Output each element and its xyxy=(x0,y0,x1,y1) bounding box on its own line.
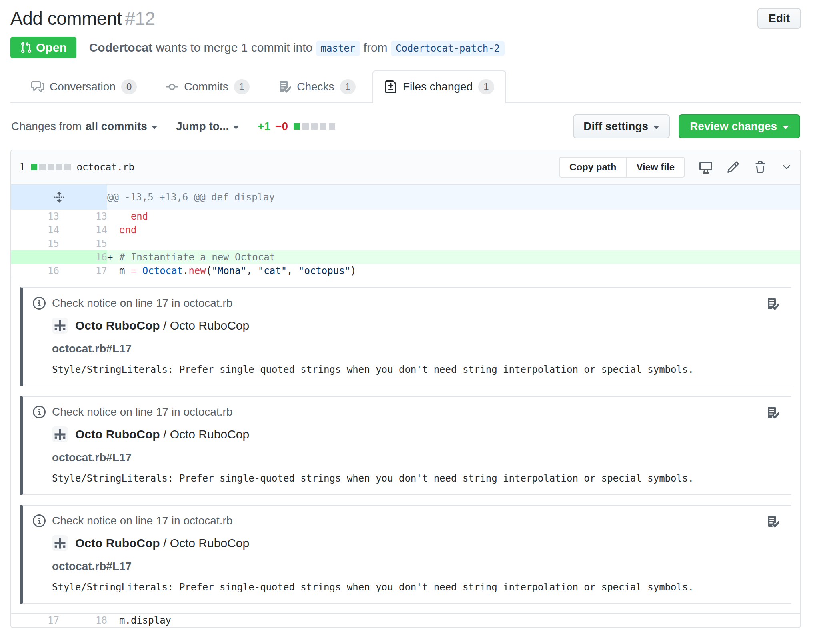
diffstat-block-added xyxy=(294,123,300,130)
old-line-number[interactable]: 13 xyxy=(11,210,59,223)
copy-path-button[interactable]: Copy path xyxy=(559,157,627,178)
new-line-number[interactable]: 15 xyxy=(59,237,107,250)
tab-label: Commits xyxy=(184,80,228,93)
annotation-app-name: Octo RuboCop / Octo RuboCop xyxy=(75,428,249,441)
tab-counter: 1 xyxy=(478,79,494,94)
collapse-diff-button[interactable] xyxy=(781,162,792,173)
meta-action-text: wants to merge 1 commit into xyxy=(156,41,312,54)
new-line-number[interactable]: 13 xyxy=(59,210,107,223)
base-branch-label[interactable]: master xyxy=(316,41,360,56)
diffstat-block-added xyxy=(31,164,37,170)
monitor-icon xyxy=(699,161,712,174)
tab-files-changed[interactable]: Files changed 1 xyxy=(372,70,506,103)
diffstat-block xyxy=(64,164,71,170)
old-line-number[interactable]: 16 xyxy=(11,264,59,278)
code-line: end xyxy=(107,210,800,223)
old-line-number[interactable]: 17 xyxy=(11,614,59,627)
diff-settings-label: Diff settings xyxy=(583,120,648,133)
changes-from-dropdown[interactable]: Changes from all commits xyxy=(11,120,158,133)
tab-checks[interactable]: Checks 1 xyxy=(266,70,368,102)
status-badge-label: Open xyxy=(36,41,67,54)
diff-row: 13 13 end xyxy=(11,210,800,223)
check-annotations: Check notice on line 17 in octocat.rb Oc… xyxy=(11,278,800,614)
annotation-message: Style/StringLiterals: Prefer single-quot… xyxy=(52,473,779,484)
status-badge: Open xyxy=(10,37,76,58)
diffstat-block xyxy=(39,164,46,170)
changed-files-count: 1 xyxy=(19,162,25,173)
pr-meta: Open Codertocat wants to merge 1 commit … xyxy=(10,37,801,58)
annotation-title: Check notice on line 17 in octocat.rb xyxy=(52,297,232,310)
annotation-title: Check notice on line 17 in octocat.rb xyxy=(52,406,232,418)
annotation-checks-button[interactable] xyxy=(767,298,779,313)
annotation-path-link[interactable]: octocat.rb#L17 xyxy=(52,451,779,464)
edit-file-button[interactable] xyxy=(727,161,739,174)
annotation-checks-button[interactable] xyxy=(767,406,779,422)
file-diff-icon xyxy=(384,80,397,93)
annotation-app-row: Octo RuboCop / Octo RuboCop xyxy=(52,535,779,551)
checklist-icon xyxy=(767,515,779,528)
chevron-down-icon xyxy=(151,126,158,129)
check-annotation: Check notice on line 17 in octocat.rb Oc… xyxy=(20,396,791,495)
rich-diff-button[interactable] xyxy=(699,161,712,174)
diffstat-summary: +1 −0 xyxy=(258,120,335,133)
head-branch-label[interactable]: Codertocat-patch-2 xyxy=(391,41,505,56)
code-line xyxy=(107,237,800,250)
edit-button[interactable]: Edit xyxy=(757,8,801,29)
annotation-app-row: Octo RuboCop / Octo RuboCop xyxy=(52,426,779,442)
diff-toolbar: Changes from all commits Jump to... +1 −… xyxy=(10,114,801,138)
diff-row: 16 17 m = Octocat.new("Mona", "cat", "oc… xyxy=(11,264,800,278)
diff-table: @@ -13,5 +13,6 @@ def display 13 13 end … xyxy=(11,185,800,278)
expand-hunk-button[interactable] xyxy=(11,185,107,210)
meta-from-word: from xyxy=(364,41,388,54)
line-prefix: + xyxy=(107,250,119,264)
diffstat-block xyxy=(302,123,309,130)
old-line-number[interactable] xyxy=(11,250,59,264)
tab-counter: 0 xyxy=(121,79,137,94)
old-line-number[interactable]: 15 xyxy=(11,237,59,250)
annotation-message: Style/StringLiterals: Prefer single-quot… xyxy=(52,582,779,593)
file-diffstat: 1 xyxy=(19,162,71,173)
jump-to-dropdown[interactable]: Jump to... xyxy=(176,120,239,133)
tab-conversation[interactable]: Conversation 0 xyxy=(19,70,149,102)
new-line-number[interactable]: 18 xyxy=(59,614,107,627)
tab-label: Conversation xyxy=(50,80,116,93)
new-line-number[interactable]: 16 xyxy=(59,250,107,264)
git-pull-request-icon xyxy=(20,42,32,54)
review-changes-button[interactable]: Review changes xyxy=(679,114,800,138)
jump-to-label: Jump to... xyxy=(176,120,229,133)
changes-from-value: all commits xyxy=(86,120,147,133)
hunk-row: @@ -13,5 +13,6 @@ def display xyxy=(11,185,800,210)
annotation-title-row: Check notice on line 17 in octocat.rb xyxy=(33,406,779,418)
annotation-path-link[interactable]: octocat.rb#L17 xyxy=(52,342,779,355)
new-line-number[interactable]: 17 xyxy=(59,264,107,278)
pr-title-text: Add comment xyxy=(10,8,122,29)
diffstat-block xyxy=(48,164,54,170)
diff-settings-button[interactable]: Diff settings xyxy=(573,114,670,138)
check-annotation: Check notice on line 17 in octocat.rb Oc… xyxy=(20,505,791,604)
delete-file-button[interactable] xyxy=(754,161,767,174)
old-line-number[interactable]: 14 xyxy=(11,223,59,237)
author-link[interactable]: Codertocat xyxy=(89,41,152,54)
new-line-number[interactable]: 14 xyxy=(59,223,107,237)
trash-icon xyxy=(754,161,767,174)
annotation-path-link[interactable]: octocat.rb#L17 xyxy=(52,560,779,573)
checklist-icon xyxy=(278,80,291,93)
diff-row: 15 15 xyxy=(11,237,800,250)
annotation-app-name: Octo RuboCop / Octo RuboCop xyxy=(75,319,249,332)
git-commit-icon xyxy=(166,80,178,93)
check-annotation: Check notice on line 17 in octocat.rb Oc… xyxy=(20,287,791,386)
page-title: Add comment#12 xyxy=(10,7,155,30)
code-line: m = Octocat.new("Mona", "cat", "octopus"… xyxy=(107,264,800,278)
additions-count: +1 xyxy=(258,120,270,133)
view-file-button[interactable]: View file xyxy=(626,157,685,178)
chevron-down-icon xyxy=(781,162,792,173)
tab-commits[interactable]: Commits 1 xyxy=(154,70,262,102)
tab-label: Checks xyxy=(297,80,334,93)
pencil-icon xyxy=(727,161,739,174)
pr-page: Add comment#12 Edit Open Codertocat want… xyxy=(0,0,813,644)
info-icon xyxy=(33,514,46,527)
comment-discussion-icon xyxy=(31,80,44,93)
annotation-checks-button[interactable] xyxy=(767,515,779,531)
file-actions: Copy path View file xyxy=(559,157,792,178)
file-name-link[interactable]: octocat.rb xyxy=(76,162,134,173)
